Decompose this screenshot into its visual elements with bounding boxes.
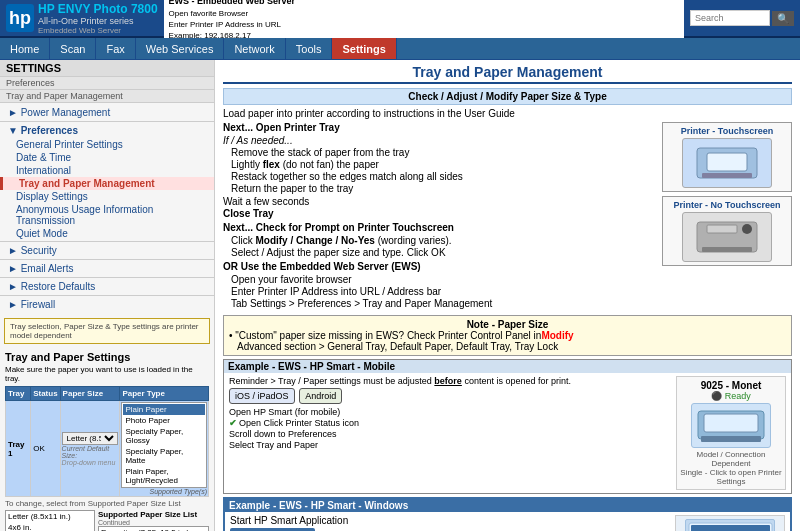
right-col-main: Next... Open Printer Tray If / As needed… xyxy=(223,122,654,310)
sidebar-item-general[interactable]: General Printer Settings xyxy=(0,138,214,151)
sidebar-item-restore[interactable]: ► Restore Defaults xyxy=(0,279,214,294)
nav-settings[interactable]: Settings xyxy=(332,38,396,59)
ews-info: EWS - Embedded Web Server Open favorite … xyxy=(164,0,684,43)
printer-img-placeholder xyxy=(691,403,771,448)
sidebar-item-display[interactable]: Display Settings xyxy=(0,190,214,203)
svg-rect-9 xyxy=(701,436,761,442)
nav-scan[interactable]: Scan xyxy=(50,38,96,59)
example-windows-left: Start HP Smart Application 🖨 Printer Set… xyxy=(230,515,669,531)
supported-ext-list[interactable]: Executive (7.25x10.5 in.) 5x8 in. Japane… xyxy=(98,526,209,531)
step4: Return the paper to the tray xyxy=(223,183,654,194)
sidebar-divider4 xyxy=(0,277,214,278)
ews-title: EWS - Embedded Web Server xyxy=(169,0,679,8)
navigation: Home Scan Fax Web Services Network Tools… xyxy=(0,38,800,60)
nav-tools[interactable]: Tools xyxy=(286,38,333,59)
click-status-text: Open Click Printer Status icon xyxy=(239,418,359,428)
size-letter[interactable]: Letter (8.5x11 in.) xyxy=(6,511,94,522)
printer-ts-icon xyxy=(682,138,772,188)
tray1-table: Tray Status Paper Size Paper Type Tray 1… xyxy=(5,386,209,497)
svg-rect-8 xyxy=(704,414,758,432)
header: hp HP ENVY Photo 7800 All-in-One Printer… xyxy=(0,0,800,38)
single-note: Single - Click to open Printer Settings xyxy=(680,468,782,486)
type-photo[interactable]: Photo Paper xyxy=(123,415,205,426)
nav-network[interactable]: Network xyxy=(224,38,285,59)
tray1-type[interactable]: Plain Paper Photo Paper Specialty Paper,… xyxy=(120,401,209,497)
tray1-size[interactable]: Letter (8.5x11in.) Current Default Size:… xyxy=(60,401,120,497)
right-panel: Tray and Paper Management Check / Adjust… xyxy=(215,60,800,531)
paper-type-dropdown[interactable]: Plain Paper Photo Paper Specialty Paper,… xyxy=(121,402,207,488)
sidebar-divider1 xyxy=(0,121,214,122)
ios-btn[interactable]: iOS / iPadOS xyxy=(229,388,295,404)
ext-exec[interactable]: Executive (7.25x10.5 in.) xyxy=(99,527,208,531)
tray-instruction: Make sure the paper you want to use is l… xyxy=(5,365,209,383)
search-area[interactable]: 🔍 xyxy=(690,10,794,26)
note-title: Note - Paper Size xyxy=(229,319,786,330)
wait: Wait a few seconds xyxy=(223,196,654,207)
sidebar-item-intl[interactable]: International xyxy=(0,164,214,177)
tray1-size-select[interactable]: Letter (8.5x11in.) xyxy=(62,432,119,445)
select-tray: Select Tray and Paper xyxy=(229,440,670,450)
tray1-label: Tray 1 xyxy=(6,401,31,497)
sidebar-item-security[interactable]: ► Security xyxy=(0,243,214,258)
step1: Remove the stack of paper from the tray xyxy=(223,147,654,158)
svg-rect-4 xyxy=(702,247,752,252)
size-4x6[interactable]: 4x6 in. xyxy=(6,522,94,531)
type-light[interactable]: Plain Paper, Light/Recycled xyxy=(123,466,205,486)
sidebar-item-email[interactable]: ► Email Alerts xyxy=(0,261,214,276)
start-hp: Start HP Smart Application xyxy=(230,515,669,526)
modify2: Select / Adjust the paper size and type.… xyxy=(223,247,654,258)
step3: Restack together so the edges match alon… xyxy=(223,171,654,182)
model-note: Model / Connection Dependent xyxy=(680,450,782,468)
drop-menu-hint: Drop-down menu xyxy=(62,459,119,466)
col-type: Paper Type xyxy=(120,387,209,401)
android-btn[interactable]: Android xyxy=(299,388,342,404)
type-plain[interactable]: Plain Paper xyxy=(123,404,205,415)
nav-fax[interactable]: Fax xyxy=(96,38,135,59)
search-button[interactable]: 🔍 xyxy=(772,11,794,26)
hp-badge: hp xyxy=(6,4,34,32)
svg-point-5 xyxy=(742,224,752,234)
search-input[interactable] xyxy=(690,10,770,26)
sidebar-item-power[interactable]: ► Power Management xyxy=(0,105,214,120)
or-ews: OR Use the Embedded Web Server (EWS) xyxy=(223,261,654,272)
ready-text: Ready xyxy=(725,391,751,401)
sidebar-item-date[interactable]: Date & Time xyxy=(0,151,214,164)
hp-smart-mobile: Open HP Smart (for mobile) xyxy=(229,407,670,417)
svg-rect-6 xyxy=(707,225,737,233)
nav-home[interactable]: Home xyxy=(0,38,50,59)
supported-type-label: Supported Type(s) xyxy=(121,488,207,495)
example-mobile-bottom: Reminder > Tray / Paper settings must be… xyxy=(229,376,786,490)
printer-nts-icon xyxy=(682,212,772,262)
note-content: • "Custom" paper size missing in EWS? Ch… xyxy=(229,330,786,341)
example-mobile-left: Reminder > Tray / Paper settings must be… xyxy=(229,376,670,490)
section-check-title: Check / Adjust / Modify Paper Size & Typ… xyxy=(223,88,792,105)
example-mobile-title: Example - EWS - HP Smart - Mobile xyxy=(224,360,791,373)
next2: Next... Check for Prompt on Printer Touc… xyxy=(223,222,654,233)
printer-model: 9025 - Monet xyxy=(680,380,782,391)
sidebar-item-tray[interactable]: Tray and Paper Management xyxy=(0,177,214,190)
status-ready: ⚫ Ready xyxy=(680,391,782,401)
sidebar-divider5 xyxy=(0,295,214,296)
sidebar-item-firewall[interactable]: ► Firewall xyxy=(0,297,214,312)
breadcrumb2: Tray and Paper Management xyxy=(0,90,214,103)
example-mobile-right: 9025 - Monet ⚫ Ready Model / Connection … xyxy=(676,376,786,490)
col-tray: Tray xyxy=(6,387,31,401)
svg-rect-1 xyxy=(707,153,747,171)
tray1-row: Tray 1 OK Letter (8.5x11in.) Current Def… xyxy=(6,401,209,497)
sidebar-item-quiet[interactable]: Quiet Mode xyxy=(0,227,214,240)
ews-windows-img xyxy=(685,519,775,531)
model-name: All-in-One Printer series xyxy=(38,16,158,26)
right-cols: Next... Open Printer Tray If / As needed… xyxy=(223,122,792,310)
subtitle: Embedded Web Server xyxy=(38,26,158,35)
scroll-pref: Scroll down to Preferences xyxy=(229,429,670,439)
sidebar-item-prefs[interactable]: ▼ Preferences xyxy=(0,123,214,138)
type-specialty-matte[interactable]: Specialty Paper, Matte xyxy=(123,446,205,466)
type-specialty-glossy[interactable]: Specialty Paper, Glossy xyxy=(123,426,205,446)
col-status: Status xyxy=(31,387,60,401)
printer-ts-label: Printer - Touchscreen xyxy=(666,126,788,136)
supported-list-continued: Continued xyxy=(98,519,209,526)
sidebar-item-anon[interactable]: Anonymous Usage Information Transmission xyxy=(0,203,214,227)
nav-web-services[interactable]: Web Services xyxy=(136,38,225,59)
paper-size-list[interactable]: Letter (8.5x11 in.) 4x6 in. 2L (127x178 … xyxy=(5,510,95,531)
example-windows-right xyxy=(675,515,785,531)
